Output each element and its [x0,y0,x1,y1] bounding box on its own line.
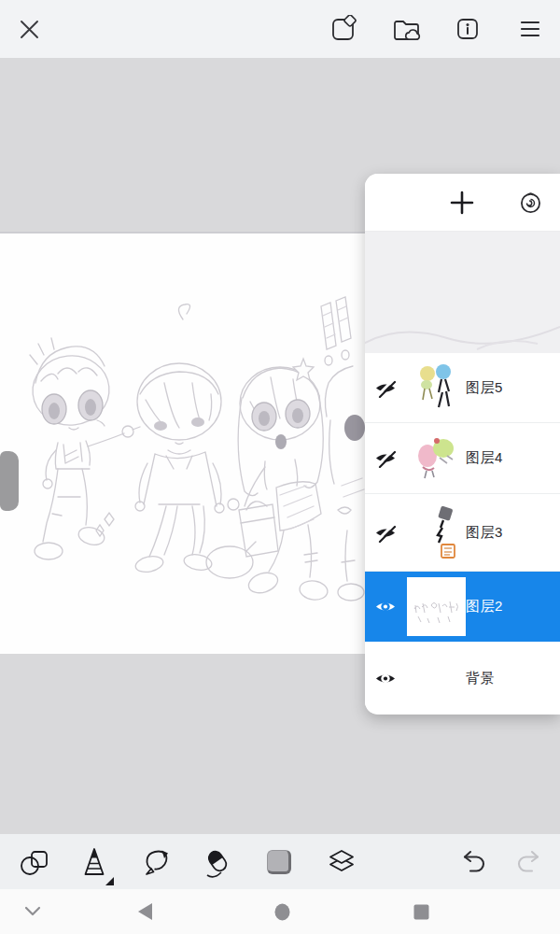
background-visibility-toggle[interactable] [365,669,406,688]
recents-square-icon [413,904,429,920]
recents-button[interactable] [400,891,441,932]
layers-panel-scroll-area[interactable] [365,232,560,353]
layer2-thumbnail [406,577,466,636]
redo-button[interactable] [507,841,550,884]
current-color-swatch [267,850,291,874]
layer-name: 图层5 [466,379,503,397]
layer-row-5[interactable]: 图层5 [365,353,560,423]
layer-options-button[interactable] [511,184,549,221]
lasso-tool-icon [137,843,175,881]
menu-icon [520,20,540,38]
eraser-tool-icon [199,843,236,881]
back-triangle-icon [138,903,152,920]
collapse-nav-button[interactable] [12,891,53,932]
eye-off-icon [374,378,397,398]
add-layer-button[interactable] [443,184,481,221]
close-button[interactable] [10,10,48,48]
export-document-icon [329,15,357,43]
side-panel-handle[interactable] [0,451,19,511]
info-icon [455,17,480,41]
layer3-thumbnail [406,503,466,561]
color-swatch-button[interactable] [258,841,301,884]
layers-tool-icon [323,843,360,881]
layer-row-3[interactable]: 图层3 [365,494,560,572]
brush-options-corner-marker [105,877,114,885]
export-button[interactable] [325,10,362,48]
layer5-visibility-toggle[interactable] [365,378,406,398]
layers-panel: 图层5 图层4 [365,174,560,715]
shape-tool-icon [16,843,53,881]
layer3-visibility-toggle[interactable] [365,523,406,543]
undo-button[interactable] [453,841,496,884]
layer2-visibility-toggle[interactable] [365,597,406,616]
layer-name: 图层4 [466,449,503,467]
close-icon [19,19,40,40]
eye-on-icon [374,669,397,688]
gallery-button[interactable] [388,10,426,48]
home-button[interactable] [261,891,302,932]
top-toolbar [0,0,560,58]
home-circle-icon [274,903,290,921]
layers-tool-button[interactable] [320,841,363,884]
chevron-down-icon [23,906,42,917]
layer-row-background[interactable]: 背景 [365,642,560,715]
menu-button[interactable] [511,10,549,48]
brush-tool-icon [76,843,113,881]
layers-panel-header [365,174,560,232]
eye-off-icon [374,448,397,468]
layer-row-2-selected[interactable]: 图层2 [365,572,560,642]
tools-toolbar [0,834,560,889]
plus-icon [449,190,475,216]
layer4-visibility-toggle[interactable] [365,448,406,468]
layer-row-4[interactable]: 图层4 [365,423,560,494]
info-button[interactable] [449,10,486,48]
layer5-thumbnail [406,361,466,415]
eraser-tool-button[interactable] [196,841,239,884]
layer-options-spiral-icon [518,190,543,215]
layer-name: 图层3 [466,524,503,542]
back-button[interactable] [124,891,165,932]
layer-name: 图层2 [466,598,503,616]
eye-on-icon [374,597,397,616]
undo-icon [459,849,489,875]
redo-icon [513,849,543,875]
layer-name: 背景 [466,670,495,687]
layer4-thumbnail [406,433,466,484]
eye-off-icon [374,523,397,543]
shape-tool-button[interactable] [13,841,56,884]
scrolled-layer-preview [365,232,560,353]
system-navbar [0,889,560,934]
brush-tool-button[interactable] [73,841,116,884]
app-screen: 图层5 图层4 [0,0,560,934]
cloud-folder-icon [392,17,422,42]
lasso-tool-button[interactable] [134,841,177,884]
